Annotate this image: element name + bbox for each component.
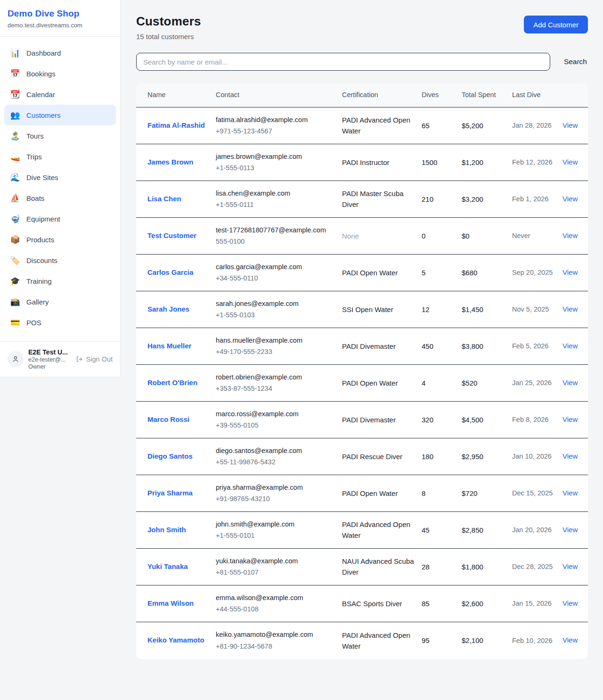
column-header-dives: Dives (422, 83, 462, 107)
calendar-icon: 📅 (10, 69, 20, 79)
view-customer-link[interactable]: View (562, 342, 578, 350)
customer-name-link[interactable]: Test Customer (147, 231, 196, 239)
view-customer-link[interactable]: View (562, 562, 578, 570)
customer-name-link[interactable]: Marco Rossi (147, 415, 189, 423)
sidebar-item-dive-sites[interactable]: 🌊 Dive Sites (4, 167, 116, 188)
table-row: Yuki Tanaka yuki.tanaka@example.com +81-… (136, 549, 588, 585)
customer-last-dive: Feb 8, 2026 (512, 408, 562, 431)
search-input[interactable] (136, 53, 550, 71)
view-customer-link[interactable]: View (562, 636, 578, 644)
sidebar-item-gallery[interactable]: 📸 Gallery (4, 291, 116, 312)
table-row: James Brown james.brown@example.com +1-5… (136, 144, 588, 181)
sailboat-icon: ⛵ (10, 193, 20, 203)
sidebar-item-tours[interactable]: 🏝️ Tours (4, 125, 116, 146)
customer-certification: PADI Rescue Diver (342, 445, 422, 468)
customer-email: diego.santos@example.com (216, 445, 334, 456)
sidebar-item-dashboard[interactable]: 📊 Dashboard (4, 42, 116, 63)
sidebar-item-training[interactable]: 🎓 Training (4, 271, 116, 291)
customer-last-dive: Nov 5, 2025 (512, 298, 562, 321)
sidebar-item-bookings[interactable]: 📅 Bookings (4, 63, 116, 84)
customer-dives: 4 (422, 371, 462, 395)
table-row: Keiko Yamamoto keiko.yamamoto@example.co… (136, 622, 588, 659)
table-row: John Smith john.smith@example.com +1-555… (136, 512, 588, 549)
view-customer-link[interactable]: View (562, 121, 578, 129)
customer-last-dive: Dec 15, 2025 (512, 482, 562, 504)
customer-certification: PADI Open Water (342, 261, 422, 284)
view-customer-link[interactable]: View (562, 268, 578, 276)
customer-name-link[interactable]: Priya Sharma (147, 489, 193, 497)
customer-total-spent: $0 (462, 224, 512, 247)
add-customer-button[interactable]: Add Customer (524, 16, 588, 33)
customer-name-link[interactable]: Yuki Tanaka (147, 562, 188, 570)
speedboat-icon: 🚤 (10, 152, 20, 162)
sidebar-item-boats[interactable]: ⛵ Boats (4, 188, 116, 208)
customer-dives: 1500 (422, 151, 462, 174)
customer-name-link[interactable]: Hans Mueller (147, 342, 191, 350)
customer-phone: +49-170-555-2233 (216, 346, 334, 357)
view-customer-link[interactable]: View (562, 195, 578, 203)
view-customer-link[interactable]: View (562, 599, 578, 607)
table-header-row: Name Contact Certification Dives Total S… (136, 83, 588, 107)
customer-last-dive: Never (512, 224, 562, 247)
customer-name-link[interactable]: John Smith (147, 526, 186, 534)
customer-email: yuki.tanaka@example.com (216, 556, 334, 566)
customer-dives: 95 (422, 629, 462, 652)
customer-dives: 85 (422, 592, 462, 615)
column-header-certification: Certification (342, 83, 422, 107)
sidebar-item-customers[interactable]: 👥 Customers (4, 105, 116, 125)
view-customer-link[interactable]: View (562, 489, 578, 497)
sidebar-item-discounts[interactable]: 🏷️ Discounts (4, 250, 116, 271)
column-header-contact: Contact (216, 83, 342, 107)
customer-phone: +44-555-0108 (216, 604, 334, 614)
sidebar-item-trips[interactable]: 🚤 Trips (4, 146, 116, 167)
sidebar-item-equipment[interactable]: 🤿 Equipment (4, 208, 116, 229)
customer-name-link[interactable]: James Brown (147, 158, 194, 166)
view-customer-link[interactable]: View (562, 379, 578, 387)
camera-icon: 📸 (10, 297, 20, 307)
customer-dives: 320 (422, 408, 462, 431)
person-icon (11, 355, 20, 363)
table-row: Emma Wilson emma.wilson@example.com +44-… (136, 585, 588, 622)
customer-dives: 28 (422, 555, 462, 578)
customer-last-dive: Jan 28, 2026 (512, 114, 562, 137)
customer-name-link[interactable]: Carlos Garcia (147, 268, 194, 276)
customer-total-spent: $720 (462, 482, 512, 505)
view-customer-link[interactable]: View (562, 305, 578, 313)
customer-name-link[interactable]: Diego Santos (147, 452, 193, 460)
customer-last-dive: Feb 12, 2026 (512, 151, 562, 173)
view-customer-link[interactable]: View (562, 452, 578, 460)
diving-mask-icon: 🤿 (10, 214, 20, 224)
search-button[interactable]: Search (563, 54, 588, 70)
table-row: Sarah Jones sarah.jones@example.com +1-5… (136, 291, 588, 328)
customer-last-dive: Jan 10, 2026 (512, 445, 562, 468)
view-customer-link[interactable]: View (562, 526, 578, 534)
sidebar: Demo Dive Shop demo.test.divestreams.com… (0, 0, 121, 377)
table-row: Diego Santos diego.santos@example.com +5… (136, 438, 588, 475)
sign-out-button[interactable]: Sign Out (76, 355, 113, 363)
sidebar-item-pos[interactable]: 💳 POS (4, 312, 116, 333)
customer-phone: +1-555-0113 (216, 163, 334, 173)
customer-phone: +55-11-99876-5432 (216, 457, 334, 467)
view-customer-link[interactable]: View (562, 415, 578, 423)
customer-name-link[interactable]: Fatima Al-Rashid (147, 121, 205, 129)
customer-email: emma.wilson@example.com (216, 593, 334, 603)
customer-phone: 555-0100 (216, 236, 334, 247)
customer-phone: +81-90-1234-5678 (216, 641, 334, 651)
customer-name-link[interactable]: Sarah Jones (147, 305, 189, 313)
customer-total-spent: $2,850 (462, 519, 512, 542)
brand-block: Demo Dive Shop demo.test.divestreams.com (0, 0, 120, 37)
customer-name-link[interactable]: Keiko Yamamoto (147, 636, 204, 644)
sidebar-item-calendar[interactable]: 📆 Calendar (4, 84, 116, 105)
view-customer-link[interactable]: View (562, 158, 578, 166)
customer-name-link[interactable]: Lisa Chen (147, 195, 181, 203)
customer-name-link[interactable]: Emma Wilson (147, 599, 194, 607)
page-header-text: Customers 15 total customers (136, 14, 201, 41)
sidebar-item-label: Training (26, 277, 52, 285)
customer-name-link[interactable]: Robert O'Brien (147, 379, 197, 387)
package-icon: 📦 (10, 235, 20, 245)
customer-dives: 12 (422, 298, 462, 321)
sidebar-item-products[interactable]: 📦 Products (4, 229, 116, 250)
customer-certification: None (342, 224, 422, 247)
customer-total-spent: $680 (462, 261, 512, 284)
view-customer-link[interactable]: View (562, 231, 578, 239)
